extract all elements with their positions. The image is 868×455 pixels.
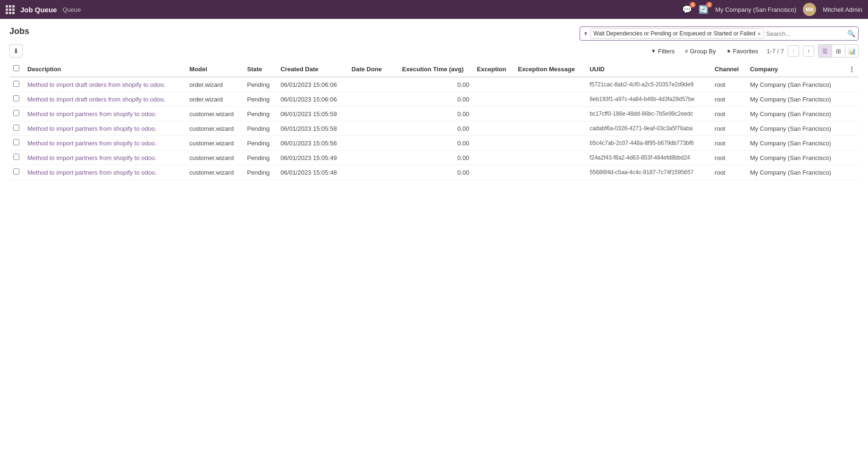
row-state-5: Pending xyxy=(243,151,277,165)
filter-tag-text: Wait Dependencies or Pending or Enqueued… xyxy=(593,30,755,37)
col-header-model[interactable]: Model xyxy=(185,61,243,77)
row-model-4: customer.wizard xyxy=(185,136,243,151)
row-date-done-5 xyxy=(348,151,390,165)
filters-button[interactable]: ▼ Filters xyxy=(646,46,679,57)
row-exception-message-0 xyxy=(514,77,586,92)
col-header-company[interactable]: Company xyxy=(746,61,845,77)
row-channel-2: root xyxy=(711,107,746,121)
company-selector[interactable]: My Company (San Francisco) xyxy=(715,6,796,13)
row-exception-3 xyxy=(473,121,514,136)
row-created-date-3: 06/01/2023 15:05:58 xyxy=(277,121,347,136)
row-company-4: My Company (San Francisco) xyxy=(746,136,845,151)
row-date-done-3 xyxy=(348,121,390,136)
row-company-0: My Company (San Francisco) xyxy=(746,77,845,92)
row-state-2: Pending xyxy=(243,107,277,121)
header-checkbox[interactable] xyxy=(13,65,19,71)
graph-view-button[interactable]: 📊 xyxy=(845,45,858,57)
chat-button[interactable]: 💬 5 xyxy=(682,5,692,15)
select-all-checkbox[interactable] xyxy=(9,61,24,77)
row-checkbox-2[interactable] xyxy=(9,107,24,121)
table-row: Method to import partners from shopify t… xyxy=(9,151,859,165)
row-exception-message-4 xyxy=(514,136,586,151)
chat-badge: 5 xyxy=(690,2,696,8)
next-page-button[interactable]: › xyxy=(803,45,814,57)
row-description-4[interactable]: Method to import partners from shopify t… xyxy=(24,136,185,151)
user-name[interactable]: Mitchell Admin xyxy=(823,6,862,13)
row-checkbox-5[interactable] xyxy=(9,151,24,165)
row-execution-time-1: 0.00 xyxy=(390,92,473,107)
row-channel-6: root xyxy=(711,165,746,180)
breadcrumb[interactable]: Queue xyxy=(63,6,81,13)
row-date-done-2 xyxy=(348,107,390,121)
col-header-exception[interactable]: Exception xyxy=(473,61,514,77)
row-company-2: My Company (San Francisco) xyxy=(746,107,845,121)
apps-menu-icon[interactable] xyxy=(6,5,15,14)
col-header-uuid[interactable]: UUID xyxy=(586,61,711,77)
row-channel-0: root xyxy=(711,77,746,92)
row-checkbox-0[interactable] xyxy=(9,77,24,92)
row-exception-4 xyxy=(473,136,514,151)
download-button[interactable]: ⬇ xyxy=(9,44,23,58)
row-checkbox-4[interactable] xyxy=(9,136,24,151)
row-description-2[interactable]: Method to import partners from shopify t… xyxy=(24,107,185,121)
top-navigation: Job Queue Queue 💬 5 🔄 2 My Company (San … xyxy=(0,0,868,19)
row-execution-time-5: 0.00 xyxy=(390,151,473,165)
row-description-6[interactable]: Method to import partners from shopify t… xyxy=(24,165,185,180)
row-created-date-6: 06/01/2023 15:05:48 xyxy=(277,165,347,180)
row-execution-time-4: 0.00 xyxy=(390,136,473,151)
col-header-exception-message[interactable]: Exception Message xyxy=(514,61,586,77)
row-uuid-3: cadabf6a-0326-4271-9eaf-03c3a5f76aba xyxy=(586,121,711,136)
row-uuid-5: f24a2f43-f8a2-4d63-853f-484efd8bbd24 xyxy=(586,151,711,165)
row-date-done-1 xyxy=(348,92,390,107)
avatar[interactable]: MA xyxy=(803,3,816,16)
col-header-execution-time[interactable]: Execution Time (avg) xyxy=(390,61,473,77)
kanban-view-button[interactable]: ⊞ xyxy=(832,45,845,57)
row-uuid-4: b5c4c7ab-2c07-448a-8f95-b679db773bf6 xyxy=(586,136,711,151)
row-channel-5: root xyxy=(711,151,746,165)
row-exception-5 xyxy=(473,151,514,165)
row-channel-3: root xyxy=(711,121,746,136)
row-exception-message-1 xyxy=(514,92,586,107)
table-row: Method to import partners from shopify t… xyxy=(9,107,859,121)
row-checkbox-3[interactable] xyxy=(9,121,24,136)
row-model-6: customer.wizard xyxy=(185,165,243,180)
row-state-4: Pending xyxy=(243,136,277,151)
search-icon[interactable]: 🔍 xyxy=(847,30,855,37)
col-header-description[interactable]: Description xyxy=(24,61,185,77)
row-model-2: customer.wizard xyxy=(185,107,243,121)
list-view-button[interactable]: ☰ xyxy=(818,45,832,57)
favorites-button[interactable]: ★ Favorites xyxy=(722,46,763,57)
col-header-date-done[interactable]: Date Done xyxy=(348,61,390,77)
row-description-0[interactable]: Method to import draft orders from shopi… xyxy=(24,77,185,92)
row-more-6 xyxy=(845,165,859,180)
star-icon: ★ xyxy=(726,48,731,54)
row-checkbox-1[interactable] xyxy=(9,92,24,107)
row-model-3: customer.wizard xyxy=(185,121,243,136)
row-exception-0 xyxy=(473,77,514,92)
next-icon: › xyxy=(808,48,809,54)
row-execution-time-2: 0.00 xyxy=(390,107,473,121)
col-header-state[interactable]: State xyxy=(243,61,277,77)
row-description-1[interactable]: Method to import draft orders from shopi… xyxy=(24,92,185,107)
filter-close-button[interactable]: × xyxy=(757,31,761,37)
table-row: Method to import partners from shopify t… xyxy=(9,165,859,180)
row-uuid-6: 55686f4d-c5aa-4c4c-9187-7c74f1595657 xyxy=(586,165,711,180)
activity-button[interactable]: 🔄 2 xyxy=(699,5,708,15)
col-header-more[interactable]: ⋮ xyxy=(845,61,859,77)
prev-page-button[interactable]: ‹ xyxy=(788,45,799,57)
row-checkbox-6[interactable] xyxy=(9,165,24,180)
row-description-5[interactable]: Method to import partners from shopify t… xyxy=(24,151,185,165)
row-exception-2 xyxy=(473,107,514,121)
group-by-button[interactable]: ≡ Group By xyxy=(680,46,720,57)
kanban-icon: ⊞ xyxy=(836,48,841,55)
row-state-3: Pending xyxy=(243,121,277,136)
row-description-3[interactable]: Method to import partners from shopify t… xyxy=(24,121,185,136)
row-execution-time-6: 0.00 xyxy=(390,165,473,180)
row-uuid-0: f5721cac-8ab2-4cf0-a2c5-20357e2d9de9 xyxy=(586,77,711,92)
download-icon: ⬇ xyxy=(13,47,19,55)
search-input[interactable] xyxy=(766,30,845,37)
col-header-created-date[interactable]: Created Date xyxy=(277,61,347,77)
col-header-channel[interactable]: Channel xyxy=(711,61,746,77)
row-created-date-4: 06/01/2023 15:05:56 xyxy=(277,136,347,151)
row-more-5 xyxy=(845,151,859,165)
